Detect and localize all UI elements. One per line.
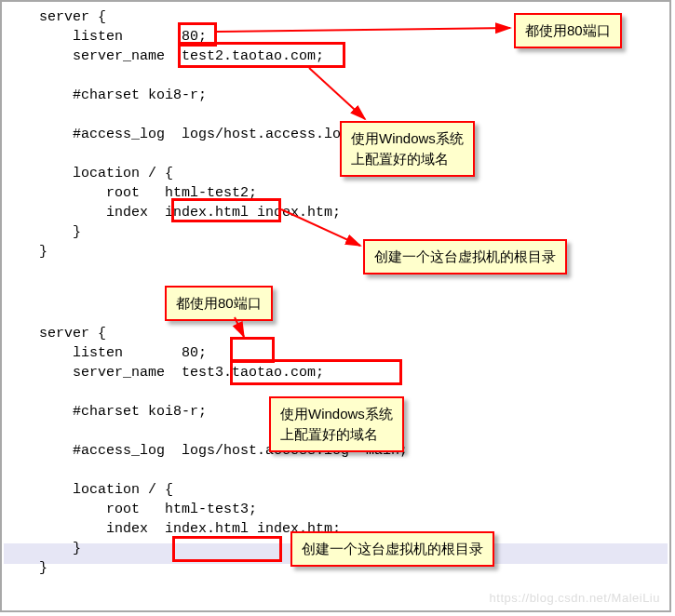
callout-domain-2: 使用Windows系统 上配置好的域名 (269, 396, 404, 452)
box-root-html-test3 (172, 536, 282, 562)
box-server-name-1 (178, 42, 345, 68)
box-root-html-test2 (171, 198, 281, 222)
callout-domain-1: 使用Windows系统 上配置好的域名 (340, 121, 475, 177)
callout-root-1: 创建一个这台虚拟机的根目录 (363, 239, 567, 275)
callout-port-2: 都使用80端口 (165, 286, 273, 321)
callout-port-1: 都使用80端口 (514, 13, 622, 48)
callout-root-2: 创建一个这台虚拟机的根目录 (290, 531, 494, 567)
image-frame: server { listen 80; server_name test2.ta… (0, 0, 671, 612)
box-server-name-2 (230, 359, 402, 385)
csdn-watermark: https://blog.csdn.net/MaleiLiu (490, 591, 660, 605)
